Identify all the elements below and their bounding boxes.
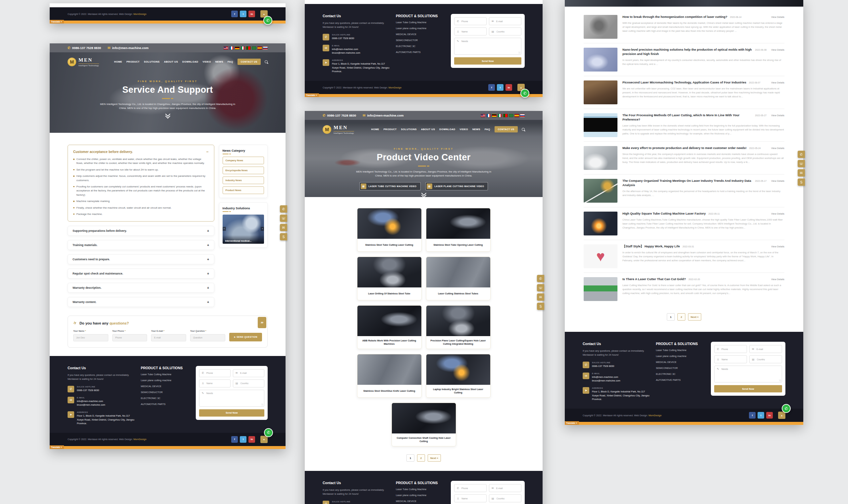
article-thumbnail[interactable] — [584, 48, 617, 72]
send-now-button[interactable]: Send Now — [199, 409, 264, 417]
accordion-item-open[interactable]: Customer acceptance before delivery. – C… — [68, 145, 214, 221]
flag-fr-icon[interactable] — [486, 114, 491, 117]
flag-it-icon[interactable] — [241, 47, 245, 50]
nav-item-solutions[interactable]: SOLUTIONS — [144, 60, 160, 63]
flag-fr-icon[interactable] — [229, 47, 234, 50]
footer-link-medical-device[interactable]: MEDICAL DEVICE — [396, 500, 445, 503]
wechat-icon[interactable]: ☏ — [537, 284, 544, 291]
send-question-button[interactable]: ➤ SEND QUESTION — [229, 333, 262, 341]
whatsapp-float-button[interactable]: ✆ — [264, 428, 273, 437]
translate-button[interactable]: Translate » — [305, 93, 319, 97]
nav-item-product[interactable]: PRODUCT — [126, 60, 140, 63]
nav-item-about-us[interactable]: ABOUT US — [164, 60, 178, 63]
expand-icon[interactable]: + — [207, 257, 209, 261]
video-card[interactable]: Laptop Industry Bright Stainless Steel L… — [426, 354, 491, 398]
footer-link-medical-device[interactable]: MEDICAL DEVICE — [396, 33, 445, 36]
linkedin-icon[interactable]: in — [248, 436, 255, 443]
nav-item-download[interactable]: DOWNLOAD — [182, 60, 198, 63]
scroll-down-chevrons-icon[interactable] — [305, 192, 543, 197]
flag-sa-icon[interactable] — [252, 47, 257, 50]
article-title[interactable]: Is There A Laser Cutter That Can Cut Gol… — [622, 277, 686, 282]
article-title[interactable]: The Four Processing Methods Of Laser Cut… — [622, 113, 752, 122]
translate-button[interactable]: Translate » — [50, 445, 64, 449]
contact-item-value[interactable]: info@men-machine.com bruce@men-mahcine.c… — [332, 47, 360, 55]
whatsapp-icon[interactable]: ✆ — [280, 205, 287, 213]
contact-item-value[interactable]: Floor 1, Block D, Kangsite Industrial Pa… — [592, 390, 651, 401]
needs-field[interactable] — [206, 392, 262, 395]
article-thumbnail[interactable] — [584, 15, 617, 39]
site-logo[interactable]: M MEN Intelligent Technology — [323, 125, 354, 134]
nav-item-faq[interactable]: FAQ — [484, 128, 490, 131]
web-design-link[interactable]: MornDesign — [134, 13, 146, 16]
view-details-link[interactable]: View Details — [766, 147, 784, 150]
site-logo[interactable]: M MEN Intelligent Technology — [68, 57, 99, 67]
facebook-icon[interactable]: f — [749, 412, 756, 418]
search-icon[interactable] — [265, 60, 268, 63]
contact-item-value[interactable]: 0086-137 7528 8830 — [77, 389, 99, 392]
article-title[interactable]: Nano-level precision machining solutions… — [622, 48, 752, 56]
whatsapp-float-button[interactable]: ✆ — [782, 404, 791, 413]
nav-item-about-us[interactable]: ABOUT US — [421, 128, 435, 131]
whatsapp-icon[interactable]: ✆ — [798, 151, 805, 158]
flag-us-icon[interactable] — [224, 47, 228, 50]
article-thumbnail[interactable] — [584, 212, 617, 235]
video-card[interactable]: Precision Plane Laser Cutting/Square Hol… — [426, 305, 491, 349]
video-card[interactable]: Stainless Steel SheetGlue Knife Laser Cu… — [357, 354, 422, 398]
skype-icon[interactable]: S — [537, 303, 544, 310]
country-field[interactable] — [496, 30, 519, 33]
nav-item-product[interactable]: PRODUCT — [384, 128, 397, 131]
page-button-1[interactable]: 1 — [406, 454, 414, 462]
skype-icon[interactable]: S — [798, 179, 805, 186]
nav-item-home[interactable]: HOME — [114, 60, 122, 63]
footer-link-laser-tube-cutting-machine[interactable]: Laser Tube Cutting Machine — [141, 373, 191, 376]
footer-link-electronic-3c[interactable]: ELECTRONIC 3C — [396, 45, 445, 48]
flag-pt-icon[interactable] — [246, 47, 251, 50]
flag-es-icon[interactable] — [514, 114, 519, 117]
web-design-link[interactable]: MornDesign — [389, 86, 402, 89]
skype-icon[interactable]: S — [280, 233, 287, 240]
expand-icon[interactable]: + — [207, 286, 209, 290]
needs-field[interactable] — [461, 40, 519, 43]
wechat-icon[interactable]: ☏ — [798, 160, 805, 167]
article-title[interactable]: Picosecond Laser Micromachining Technolo… — [622, 80, 746, 85]
footer-link-laser-tube-cutting-machine[interactable]: Laser Tube Cutting Machine — [396, 21, 445, 24]
footer-link-electronic-3c[interactable]: ELECTRONIC 3C — [141, 397, 191, 400]
facebook-icon[interactable]: f — [231, 11, 238, 17]
name-field[interactable] — [461, 30, 484, 33]
email-field[interactable] — [496, 487, 519, 490]
footer-link-automotive-parts[interactable]: AUTOMOTIVE PARTS — [141, 403, 191, 406]
footer-link-semiconductor[interactable]: SEMICONDUCTOR — [396, 39, 445, 42]
email-field[interactable] — [240, 372, 262, 375]
nav-item-home[interactable]: HOME — [371, 128, 379, 131]
your-email-field[interactable] — [151, 334, 186, 341]
contact-item-value[interactable]: 0086-137 7528 8830 — [592, 364, 614, 368]
expand-icon[interactable]: + — [207, 243, 209, 247]
contact-us-button[interactable]: CONTACT US — [495, 126, 518, 132]
web-design-link[interactable]: MornDesign — [649, 414, 661, 417]
your-name-field[interactable] — [73, 334, 108, 341]
category-button-company-news[interactable]: Company News — [223, 157, 264, 164]
linkedin-icon[interactable]: in — [766, 412, 773, 418]
contact-item-value[interactable]: Floor 1, Block D, Kangsite Industrial Pa… — [332, 62, 391, 73]
scroll-to-top-button[interactable]: ▲ — [260, 436, 268, 443]
your-question-field[interactable] — [190, 334, 225, 341]
translate-button[interactable]: Translate » — [565, 421, 579, 425]
category-button-industry-news[interactable]: Industry News — [223, 177, 264, 184]
phone-field[interactable] — [461, 487, 484, 490]
category-button-product-news[interactable]: Product News — [223, 186, 264, 194]
collapse-icon[interactable]: – — [206, 149, 209, 154]
email-field[interactable] — [496, 20, 519, 23]
accordion-item-collapsed[interactable]: Warranty content.+ — [68, 297, 214, 307]
footer-link-laser-tube-cutting-machine[interactable]: Laser Tube Cutting Machine — [656, 349, 706, 352]
flag-es-icon[interactable] — [258, 47, 262, 50]
email-icon[interactable]: ✉ — [537, 293, 544, 301]
article-title[interactable]: Make every effort to promote production … — [622, 146, 747, 150]
view-details-link[interactable]: View Details — [766, 245, 784, 248]
linkedin-icon[interactable]: in — [248, 11, 255, 17]
article-thumbnail[interactable] — [584, 179, 617, 203]
article-thumbnail[interactable] — [584, 80, 617, 104]
email-icon[interactable]: ✉ — [798, 169, 805, 177]
view-details-link[interactable]: View Details — [766, 278, 784, 281]
nav-item-video[interactable]: VIDEO — [203, 60, 211, 63]
view-details-link[interactable]: View Details — [766, 48, 784, 51]
